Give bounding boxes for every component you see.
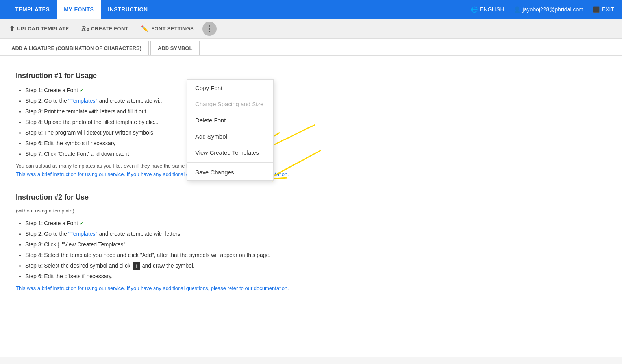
instruction2-steps: Step 1: Create a Font ✓ Step 2: Go to th… [16,219,291,281]
language-selector[interactable]: 🌐 ENGLISH [471,6,504,13]
instruction2-subtitle: (without using a template) [16,208,291,214]
font-settings-button[interactable]: ✏️ FONT SETTINGS [135,22,199,35]
exit-icon: ⬛ [593,6,600,13]
pencil-icon: ✏️ [141,25,149,32]
language-label: ENGLISH [480,6,504,13]
instruction2-step6: Step 6: Edit the offsets if necessary. [25,272,291,281]
user-account[interactable]: 👤 jayoboj228@pbridal.com [514,6,583,13]
more-options-button[interactable] [202,22,217,36]
dropdown-menu: Copy Font Change Spacing and Size Delete… [187,79,274,181]
dropdown-add-symbol[interactable]: Add Symbol [187,128,273,144]
exit-label: EXIT [602,6,614,13]
tab-bar: ADD A LIGATURE (COMBINATION OF CHARACTER… [0,39,622,56]
dropdown-copy-font[interactable]: Copy Font [187,80,273,96]
create-font-button[interactable]: R₄ CREATE FONT [76,22,133,35]
instruction2-step5: Step 5: Select the desired symbol and cl… [25,262,291,270]
vertical-dots-icon [209,25,210,32]
create-font-icon: R₄ [81,25,89,32]
dropdown-delete-font[interactable]: Delete Font [187,112,273,128]
nav-my-fonts[interactable]: MY FONTS [57,0,101,19]
tab-add-symbol[interactable]: ADD SYMBOL [150,41,200,55]
section-divider [16,185,606,185]
plus-icon: + [133,262,140,270]
inline-dots-icon [58,242,59,248]
upload-template-button[interactable]: ⬆ UPLOAD TEMPLATE [4,22,74,35]
nav-templates[interactable]: TEMPLATES [8,0,57,19]
top-nav: TEMPLATES MY FONTS INSTRUCTION 🌐 ENGLISH… [0,0,622,19]
upload-icon: ⬆ [9,25,15,32]
instruction2-note: This was a brief instruction for using o… [16,285,291,291]
dropdown-divider [187,162,273,163]
user-email: jayoboj228@pbridal.com [523,6,583,13]
instruction2-step2: Step 2: Go to the "Templates" and create… [25,230,291,238]
instruction2-step3: Step 3: Click "View Created Templates" [25,240,291,249]
exit-button[interactable]: ⬛ EXIT [593,6,614,13]
toolbar: ⬆ UPLOAD TEMPLATE R₄ CREATE FONT ✏️ FONT… [0,19,622,39]
dropdown-save-changes[interactable]: Save Changes [187,164,273,180]
top-nav-right: 🌐 ENGLISH 👤 jayoboj228@pbridal.com ⬛ EXI… [471,6,614,13]
check-icon-2: ✓ [80,220,84,226]
instruction2-section: Instruction #2 for Use (without using a … [16,193,291,291]
templates-link-1[interactable]: "Templates" [68,98,98,104]
nav-instruction[interactable]: INSTRUCTION [101,0,155,19]
globe-icon: 🌐 [471,6,478,13]
dropdown-change-spacing: Change Spacing and Size [187,96,273,112]
upload-template-label: UPLOAD TEMPLATE [17,26,69,31]
create-font-label: CREATE FONT [91,26,128,31]
instruction2-title: Instruction #2 for Use [16,193,291,201]
instruction2-step1: Step 1: Create a Font ✓ [25,219,291,227]
templates-link-2[interactable]: "Templates" [68,231,98,237]
dropdown-view-templates[interactable]: View Created Templates [187,144,273,161]
font-settings-label: FONT SETTINGS [151,26,194,31]
tab-ligature[interactable]: ADD A LIGATURE (COMBINATION OF CHARACTER… [4,41,149,55]
instruction2-step4: Step 4: Select the template you need and… [25,251,291,259]
check-icon-1: ✓ [80,87,84,93]
user-icon: 👤 [514,6,520,13]
main-content: Copy Font Change Spacing and Size Delete… [0,56,622,357]
instruction1-title: Instruction #1 for Usage [16,72,291,80]
